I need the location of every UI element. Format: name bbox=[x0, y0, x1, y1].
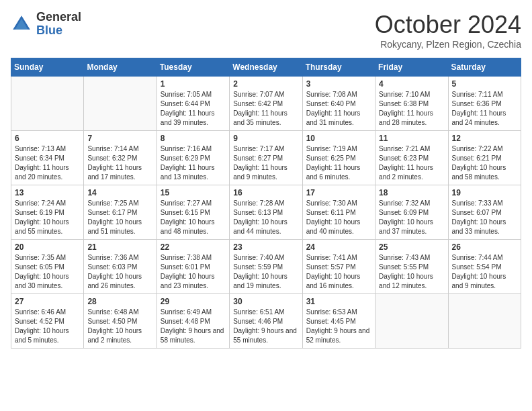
calendar-cell bbox=[448, 294, 521, 349]
calendar-cell: 2Sunrise: 7:07 AMSunset: 6:42 PMDaylight… bbox=[230, 77, 302, 131]
calendar-header-row: SundayMondayTuesdayWednesdayThursdayFrid… bbox=[11, 58, 521, 77]
day-number: 7 bbox=[87, 134, 152, 143]
calendar-cell: 3Sunrise: 7:08 AMSunset: 6:40 PMDaylight… bbox=[302, 77, 375, 131]
day-info: Sunrise: 7:36 AMSunset: 6:03 PMDaylight:… bbox=[87, 253, 152, 291]
day-info: Sunrise: 6:46 AMSunset: 4:52 PMDaylight:… bbox=[15, 308, 80, 345]
calendar-cell: 13Sunrise: 7:24 AMSunset: 6:19 PMDayligh… bbox=[11, 185, 84, 240]
calendar-cell: 10Sunrise: 7:19 AMSunset: 6:25 PMDayligh… bbox=[302, 131, 375, 185]
column-header-saturday: Saturday bbox=[448, 58, 521, 77]
calendar-cell: 12Sunrise: 7:22 AMSunset: 6:21 PMDayligh… bbox=[448, 131, 521, 185]
day-number: 5 bbox=[452, 79, 517, 89]
day-info: Sunrise: 7:33 AMSunset: 6:07 PMDaylight:… bbox=[452, 199, 517, 236]
day-number: 13 bbox=[15, 188, 80, 197]
calendar-cell: 26Sunrise: 7:44 AMSunset: 5:54 PMDayligh… bbox=[448, 240, 521, 294]
day-info: Sunrise: 7:30 AMSunset: 6:11 PMDaylight:… bbox=[306, 199, 371, 236]
day-number: 14 bbox=[87, 188, 152, 197]
day-info: Sunrise: 6:48 AMSunset: 4:50 PMDaylight:… bbox=[87, 308, 152, 345]
day-number: 16 bbox=[233, 188, 298, 197]
logo: General Blue bbox=[11, 11, 81, 38]
calendar-cell bbox=[375, 294, 448, 349]
calendar-week-row: 20Sunrise: 7:35 AMSunset: 6:05 PMDayligh… bbox=[11, 240, 521, 294]
day-number: 17 bbox=[306, 188, 371, 197]
day-number: 1 bbox=[161, 79, 226, 89]
day-info: Sunrise: 7:16 AMSunset: 6:29 PMDaylight:… bbox=[161, 144, 226, 182]
day-number: 24 bbox=[306, 242, 371, 252]
day-number: 9 bbox=[233, 134, 298, 143]
calendar-cell: 23Sunrise: 7:40 AMSunset: 5:59 PMDayligh… bbox=[230, 240, 302, 294]
day-info: Sunrise: 7:08 AMSunset: 6:40 PMDaylight:… bbox=[306, 90, 371, 128]
day-info: Sunrise: 7:27 AMSunset: 6:15 PMDaylight:… bbox=[161, 199, 226, 236]
calendar-cell bbox=[84, 77, 157, 131]
calendar-week-row: 13Sunrise: 7:24 AMSunset: 6:19 PMDayligh… bbox=[11, 185, 521, 240]
title-block: October 2024 Rokycany, Plzen Region, Cze… bbox=[375, 11, 521, 50]
day-number: 6 bbox=[15, 134, 80, 143]
calendar-table: SundayMondayTuesdayWednesdayThursdayFrid… bbox=[11, 58, 521, 349]
calendar-week-row: 27Sunrise: 6:46 AMSunset: 4:52 PMDayligh… bbox=[11, 294, 521, 349]
calendar-cell: 16Sunrise: 7:28 AMSunset: 6:13 PMDayligh… bbox=[230, 185, 302, 240]
day-info: Sunrise: 6:49 AMSunset: 4:48 PMDaylight:… bbox=[161, 308, 226, 345]
day-number: 30 bbox=[233, 297, 298, 306]
day-number: 8 bbox=[161, 134, 226, 143]
calendar-cell: 27Sunrise: 6:46 AMSunset: 4:52 PMDayligh… bbox=[11, 294, 84, 349]
column-header-thursday: Thursday bbox=[302, 58, 375, 77]
day-number: 4 bbox=[379, 79, 444, 89]
column-header-wednesday: Wednesday bbox=[230, 58, 302, 77]
day-info: Sunrise: 7:35 AMSunset: 6:05 PMDaylight:… bbox=[15, 253, 80, 291]
day-number: 3 bbox=[306, 79, 371, 89]
day-number: 28 bbox=[87, 297, 152, 306]
calendar-cell: 28Sunrise: 6:48 AMSunset: 4:50 PMDayligh… bbox=[84, 294, 157, 349]
column-header-friday: Friday bbox=[375, 58, 448, 77]
calendar-cell: 20Sunrise: 7:35 AMSunset: 6:05 PMDayligh… bbox=[11, 240, 84, 294]
day-number: 18 bbox=[379, 188, 444, 197]
day-info: Sunrise: 7:43 AMSunset: 5:55 PMDaylight:… bbox=[379, 253, 444, 291]
calendar-cell: 5Sunrise: 7:11 AMSunset: 6:36 PMDaylight… bbox=[448, 77, 521, 131]
calendar-cell: 30Sunrise: 6:51 AMSunset: 4:46 PMDayligh… bbox=[230, 294, 302, 349]
calendar-cell: 21Sunrise: 7:36 AMSunset: 6:03 PMDayligh… bbox=[84, 240, 157, 294]
day-number: 12 bbox=[452, 134, 517, 143]
calendar-cell: 7Sunrise: 7:14 AMSunset: 6:32 PMDaylight… bbox=[84, 131, 157, 185]
calendar-cell: 22Sunrise: 7:38 AMSunset: 6:01 PMDayligh… bbox=[157, 240, 229, 294]
logo-icon bbox=[11, 13, 32, 35]
day-info: Sunrise: 7:28 AMSunset: 6:13 PMDaylight:… bbox=[233, 199, 298, 236]
day-info: Sunrise: 7:38 AMSunset: 6:01 PMDaylight:… bbox=[161, 253, 226, 291]
day-number: 23 bbox=[233, 242, 298, 252]
day-info: Sunrise: 7:13 AMSunset: 6:34 PMDaylight:… bbox=[15, 144, 80, 182]
calendar-cell: 9Sunrise: 7:17 AMSunset: 6:27 PMDaylight… bbox=[230, 131, 302, 185]
day-number: 2 bbox=[233, 79, 298, 89]
calendar-week-row: 6Sunrise: 7:13 AMSunset: 6:34 PMDaylight… bbox=[11, 131, 521, 185]
calendar-cell bbox=[11, 77, 84, 131]
day-number: 25 bbox=[379, 242, 444, 252]
day-info: Sunrise: 7:40 AMSunset: 5:59 PMDaylight:… bbox=[233, 253, 298, 291]
calendar-cell: 17Sunrise: 7:30 AMSunset: 6:11 PMDayligh… bbox=[302, 185, 375, 240]
calendar-cell: 4Sunrise: 7:10 AMSunset: 6:38 PMDaylight… bbox=[375, 77, 448, 131]
day-info: Sunrise: 7:21 AMSunset: 6:23 PMDaylight:… bbox=[379, 144, 444, 182]
column-header-tuesday: Tuesday bbox=[157, 58, 229, 77]
calendar-week-row: 1Sunrise: 7:05 AMSunset: 6:44 PMDaylight… bbox=[11, 77, 521, 131]
day-info: Sunrise: 7:17 AMSunset: 6:27 PMDaylight:… bbox=[233, 144, 298, 182]
day-number: 15 bbox=[161, 188, 226, 197]
calendar-cell: 19Sunrise: 7:33 AMSunset: 6:07 PMDayligh… bbox=[448, 185, 521, 240]
day-number: 21 bbox=[87, 242, 152, 252]
month-title: October 2024 bbox=[375, 11, 521, 39]
day-number: 22 bbox=[161, 242, 226, 252]
calendar-cell: 11Sunrise: 7:21 AMSunset: 6:23 PMDayligh… bbox=[375, 131, 448, 185]
logo-general: General bbox=[36, 11, 81, 24]
day-info: Sunrise: 7:05 AMSunset: 6:44 PMDaylight:… bbox=[161, 90, 226, 128]
column-header-monday: Monday bbox=[84, 58, 157, 77]
day-number: 10 bbox=[306, 134, 371, 143]
calendar-cell: 14Sunrise: 7:25 AMSunset: 6:17 PMDayligh… bbox=[84, 185, 157, 240]
day-number: 27 bbox=[15, 297, 80, 306]
day-info: Sunrise: 7:19 AMSunset: 6:25 PMDaylight:… bbox=[306, 144, 371, 182]
day-info: Sunrise: 7:10 AMSunset: 6:38 PMDaylight:… bbox=[379, 90, 444, 128]
column-header-sunday: Sunday bbox=[11, 58, 84, 77]
location-subtitle: Rokycany, Plzen Region, Czechia bbox=[375, 39, 521, 50]
calendar-cell: 18Sunrise: 7:32 AMSunset: 6:09 PMDayligh… bbox=[375, 185, 448, 240]
day-info: Sunrise: 7:44 AMSunset: 5:54 PMDaylight:… bbox=[452, 253, 517, 291]
day-info: Sunrise: 7:11 AMSunset: 6:36 PMDaylight:… bbox=[452, 90, 517, 128]
day-number: 19 bbox=[452, 188, 517, 197]
day-info: Sunrise: 7:24 AMSunset: 6:19 PMDaylight:… bbox=[15, 199, 80, 236]
day-info: Sunrise: 6:53 AMSunset: 4:45 PMDaylight:… bbox=[306, 308, 371, 345]
day-info: Sunrise: 7:41 AMSunset: 5:57 PMDaylight:… bbox=[306, 253, 371, 291]
logo-blue: Blue bbox=[36, 24, 81, 38]
day-info: Sunrise: 7:22 AMSunset: 6:21 PMDaylight:… bbox=[452, 144, 517, 182]
